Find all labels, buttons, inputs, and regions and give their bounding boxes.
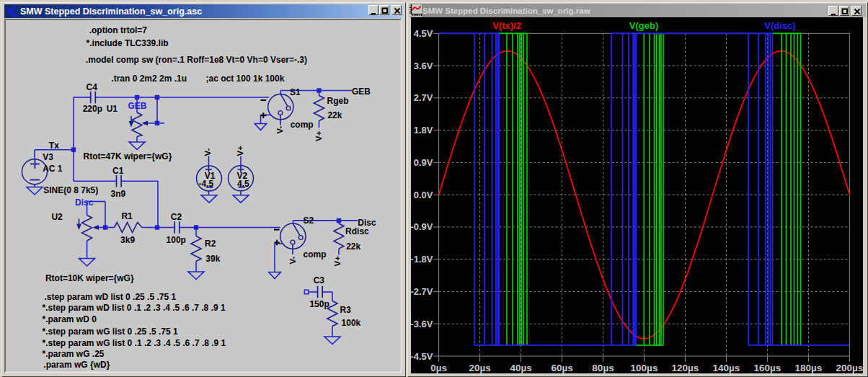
svg-text:.param wG {wD}: .param wG {wD} bbox=[43, 360, 110, 370]
svg-text:V-: V- bbox=[203, 148, 212, 156]
svg-text:;ac oct 100 1k 100k: ;ac oct 100 1k 100k bbox=[206, 74, 285, 84]
svg-text:4.5: 4.5 bbox=[237, 179, 249, 189]
svg-text:160µs: 160µs bbox=[754, 363, 781, 373]
svg-text:180µs: 180µs bbox=[795, 363, 823, 373]
svg-text:3k9: 3k9 bbox=[120, 235, 135, 245]
svg-text:3n9: 3n9 bbox=[111, 189, 126, 199]
svg-text:V+: V+ bbox=[236, 146, 244, 156]
svg-text:*.step param wD list 0 .1 .2 .: *.step param wD list 0 .1 .2 .3 .4 .5 .6… bbox=[43, 303, 226, 313]
svg-text:0µs: 0µs bbox=[430, 363, 447, 373]
svg-text:C2: C2 bbox=[171, 212, 182, 222]
svg-text:V-: V- bbox=[288, 256, 297, 264]
svg-text:.tran 0 2m2 2m .1u: .tran 0 2m2 2m .1u bbox=[111, 74, 187, 84]
svg-text:0.9V: 0.9V bbox=[414, 157, 433, 168]
svg-text:comp: comp bbox=[304, 249, 327, 260]
svg-text:*.param wG .25: *.param wG .25 bbox=[43, 349, 105, 359]
svg-text:3.6V: 3.6V bbox=[414, 61, 433, 71]
svg-text:SINE(0 8 7k5): SINE(0 8 7k5) bbox=[43, 185, 98, 195]
svg-text:40µs: 40µs bbox=[510, 363, 531, 373]
svg-text:V+: V+ bbox=[314, 130, 323, 141]
svg-text:V+: V+ bbox=[333, 256, 342, 267]
svg-text:22k: 22k bbox=[327, 110, 342, 120]
svg-text:-2.7V: -2.7V bbox=[411, 286, 433, 297]
svg-text:R3: R3 bbox=[340, 305, 352, 315]
svg-text:22k: 22k bbox=[346, 241, 360, 252]
svg-text:*.param wD 0: *.param wD 0 bbox=[43, 314, 97, 324]
svg-text:.option trtol=7: .option trtol=7 bbox=[89, 25, 148, 35]
svg-text:140µs: 140µs bbox=[713, 363, 740, 373]
svg-text:GEB: GEB bbox=[352, 87, 371, 97]
svg-text:-4.5V: -4.5V bbox=[411, 351, 433, 362]
svg-text:200µs: 200µs bbox=[836, 363, 863, 373]
svg-text:V(tx)/2: V(tx)/2 bbox=[492, 20, 521, 31]
svg-text:*.step param wG list 0 .25 .5: *.step param wG list 0 .25 .5 .75 1 bbox=[43, 327, 178, 337]
svg-text:Rgeb: Rgeb bbox=[327, 96, 349, 106]
svg-text:V3: V3 bbox=[43, 152, 53, 162]
svg-text:R2: R2 bbox=[205, 239, 216, 249]
svg-text:*.step param wG list 0 .1 .2 .: *.step param wG list 0 .1 .2 .3 .4 .5 .6… bbox=[43, 338, 226, 348]
svg-text:100µs: 100µs bbox=[631, 363, 658, 373]
svg-text:AC 1: AC 1 bbox=[43, 164, 63, 174]
svg-text:GEB: GEB bbox=[128, 101, 147, 111]
svg-text:C4: C4 bbox=[87, 82, 98, 92]
svg-text:0.0V: 0.0V bbox=[414, 190, 433, 200]
svg-text:80µs: 80µs bbox=[592, 363, 614, 373]
svg-text:S1: S1 bbox=[290, 87, 301, 97]
svg-text:1.8V: 1.8V bbox=[414, 125, 433, 136]
svg-text:Rtot=10K wiper={wG}: Rtot=10K wiper={wG} bbox=[45, 273, 134, 283]
svg-text:120µs: 120µs bbox=[672, 363, 699, 373]
svg-text:39k: 39k bbox=[205, 254, 220, 264]
svg-text:S2: S2 bbox=[304, 216, 314, 226]
svg-text:V-: V- bbox=[275, 125, 284, 133]
svg-text:U1: U1 bbox=[107, 104, 118, 114]
svg-text:2.7V: 2.7V bbox=[414, 92, 433, 103]
svg-text:C3: C3 bbox=[314, 275, 325, 285]
svg-text:.step param wD list 0 .25 .5 .: .step param wD list 0 .25 .5 .75 1 bbox=[44, 292, 176, 302]
svg-text:.model comp sw (ron=.1 Roff=1e: .model comp sw (ron=.1 Roff=1e8 Vt=0 Vh=… bbox=[86, 55, 307, 65]
svg-text:comp: comp bbox=[291, 120, 314, 130]
svg-text:-1.8V: -1.8V bbox=[411, 254, 433, 265]
svg-text:V(geb): V(geb) bbox=[629, 20, 658, 31]
svg-text:U2: U2 bbox=[51, 212, 63, 222]
svg-text:100p: 100p bbox=[167, 235, 186, 245]
svg-text:60µs: 60µs bbox=[551, 363, 572, 373]
svg-text:-0.9V: -0.9V bbox=[411, 221, 433, 232]
svg-text:Rtot=47K wiper={wG}: Rtot=47K wiper={wG} bbox=[84, 151, 172, 161]
svg-text:Disc: Disc bbox=[75, 198, 94, 208]
svg-text:*.include TLC339.lib: *.include TLC339.lib bbox=[87, 38, 169, 48]
svg-text:C1: C1 bbox=[112, 166, 124, 176]
svg-text:-4.5: -4.5 bbox=[199, 179, 214, 189]
svg-text:150p: 150p bbox=[309, 299, 329, 309]
svg-text:20µs: 20µs bbox=[469, 363, 490, 373]
svg-text:220p: 220p bbox=[83, 104, 102, 114]
svg-text:V(disc): V(disc) bbox=[764, 20, 795, 31]
svg-text:100k: 100k bbox=[342, 318, 361, 328]
svg-text:4.5V: 4.5V bbox=[414, 28, 433, 39]
svg-text:-3.6V: -3.6V bbox=[411, 319, 433, 329]
svg-text:R1: R1 bbox=[121, 211, 133, 221]
svg-text:Tx: Tx bbox=[49, 141, 59, 151]
svg-text:Rdisc: Rdisc bbox=[345, 226, 369, 236]
